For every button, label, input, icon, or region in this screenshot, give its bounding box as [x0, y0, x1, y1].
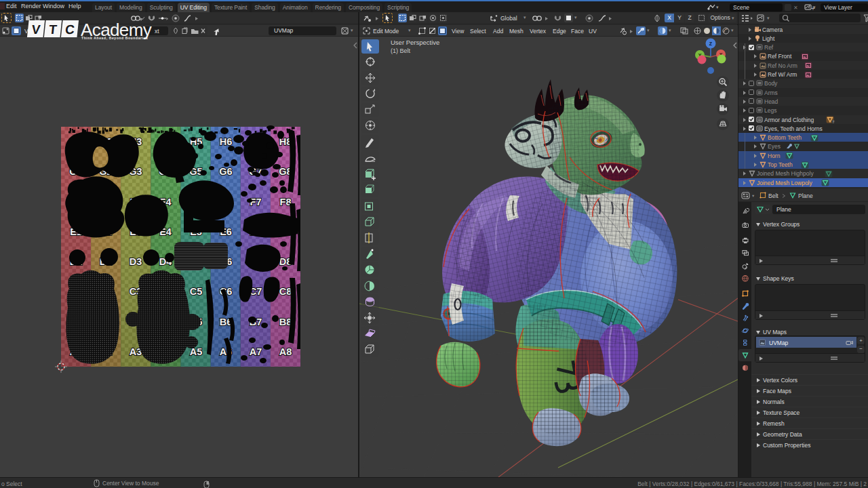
svg-text:A7: A7 [250, 346, 262, 357]
svg-text:F7: F7 [250, 197, 262, 207]
svg-text:F8: F8 [280, 197, 292, 207]
svg-text:A8: A8 [279, 346, 292, 357]
svg-text:C5: C5 [190, 286, 203, 297]
svg-text:D3: D3 [130, 256, 142, 267]
svg-text:C8: C8 [279, 286, 292, 297]
svg-text:G6: G6 [219, 166, 232, 177]
svg-text:H6: H6 [220, 136, 233, 147]
svg-text:7: 7 [832, 120, 834, 124]
